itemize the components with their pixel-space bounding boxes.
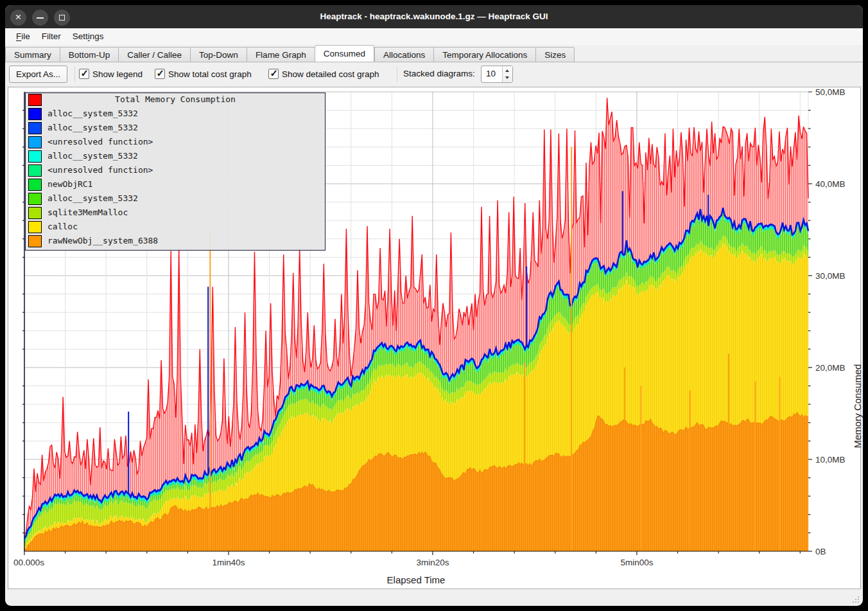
legend-swatch (28, 164, 42, 177)
check-icon: ✓ (81, 67, 89, 79)
toolbar-separator (397, 67, 397, 82)
titlebar: Heaptrack - heaptrack.wakunode.1.gz — He… (5, 5, 863, 28)
legend-swatch (28, 179, 42, 191)
legend-item: alloc__system_5332 (26, 150, 325, 164)
check-icon: ✓ (270, 67, 279, 79)
toolbar: Export As... ✓Show legend✓Show total cos… (5, 62, 863, 87)
close-button[interactable]: ✕ (10, 10, 26, 26)
checkbox-label: Show total cost graph (168, 68, 252, 81)
checkbox-box[interactable]: ✓ (268, 69, 279, 79)
menubar: FileFilterSettings (5, 28, 863, 45)
tab-bottom-up[interactable]: Bottom-Up (60, 47, 119, 62)
menu-filter[interactable]: Filter (36, 28, 67, 45)
legend-label: alloc__system_5332 (48, 123, 138, 132)
chart-widget: 0B10,0MB20,0MB30,0MB40,0MB50,0MB00.000s1… (8, 87, 861, 589)
legend-label: <unresolved function> (48, 137, 153, 146)
legend-swatch (28, 207, 42, 219)
minimize-button[interactable] (32, 10, 48, 26)
y-axis-title: Memory Consumed (852, 365, 863, 448)
checkbox-label: Show legend (92, 68, 143, 81)
tab-summary[interactable]: Summary (5, 47, 60, 62)
svg-text:1min40s: 1min40s (212, 558, 245, 567)
legend-swatch (28, 235, 42, 247)
tab-caller-callee[interactable]: Caller / Callee (118, 47, 190, 62)
legend-item: alloc__system_5332 (26, 107, 325, 121)
maximize-button[interactable] (54, 10, 70, 26)
legend-item: newObjRC1 (26, 178, 325, 192)
spin-down-icon[interactable] (505, 76, 509, 79)
svg-text:50,0MB: 50,0MB (815, 87, 846, 97)
legend-swatch (28, 221, 42, 233)
stacked-diagrams-label: Stacked diagrams: (403, 69, 475, 78)
window: Heaptrack - heaptrack.wakunode.1.gz — He… (5, 5, 863, 606)
legend-item: alloc__system_5332 (26, 121, 325, 136)
svg-text:0B: 0B (815, 547, 826, 556)
tab-top-down[interactable]: Top-Down (190, 47, 247, 62)
legend-item: Total Memory Consumption (26, 93, 325, 107)
legend-item: <unresolved function> (26, 136, 325, 150)
legend-label: newObjRC1 (48, 179, 92, 189)
stacked-diagrams-spinbox[interactable]: 10 (481, 66, 513, 83)
tab-temporary-allocations[interactable]: Temporary Allocations (433, 47, 535, 62)
close-icon: ✕ (10, 10, 26, 26)
svg-text:5min00s: 5min00s (620, 558, 653, 567)
spin-up-icon[interactable] (505, 69, 509, 72)
legend-label: calloc (48, 222, 78, 231)
legend-label: alloc__system_5332 (48, 151, 138, 161)
tab-allocations[interactable]: Allocations (374, 47, 433, 62)
tab-sizes[interactable]: Sizes (535, 47, 575, 62)
spinbox-value: 10 (486, 69, 496, 78)
legend-label: sqlite3MemMalloc (48, 208, 128, 217)
chart-legend: Total Memory Consumptionalloc__system_53… (25, 93, 326, 251)
maximize-icon (59, 15, 65, 21)
svg-text:20,0MB: 20,0MB (815, 363, 846, 373)
legend-item: calloc (26, 220, 325, 235)
legend-label: alloc__system_5332 (48, 109, 138, 118)
svg-text:00.000s: 00.000s (13, 558, 44, 567)
legend-swatch (28, 136, 42, 148)
legend-swatch (28, 193, 42, 205)
tab-flame-graph[interactable]: Flame Graph (247, 47, 315, 62)
checkbox-box[interactable]: ✓ (155, 69, 165, 79)
checkbox-box[interactable]: ✓ (79, 69, 89, 79)
tab-consumed[interactable]: Consumed (315, 45, 374, 62)
legend-item: sqlite3MemMalloc (26, 206, 325, 220)
legend-swatch (28, 150, 42, 163)
minimize-icon (37, 17, 44, 19)
check-icon: ✓ (157, 67, 165, 79)
window-frame: Heaptrack - heaptrack.wakunode.1.gz — He… (0, 0, 868, 611)
window-title: Heaptrack - heaptrack.wakunode.1.gz — He… (5, 5, 863, 28)
checkbox-label: Show detailed cost graph (282, 68, 379, 81)
menu-settings[interactable]: Settings (67, 28, 110, 45)
legend-item: alloc__system_5332 (26, 192, 325, 206)
resize-grip[interactable] (853, 596, 859, 603)
tab-bar: SummaryBottom-UpCaller / CalleeTop-DownF… (5, 45, 863, 62)
legend-swatch (28, 122, 42, 134)
legend-label: <unresolved function> (48, 165, 153, 175)
x-axis-title: Elapsed Time (8, 574, 824, 585)
spinbox-arrows (502, 66, 512, 82)
menu-file[interactable]: File (10, 28, 36, 45)
legend-label: Total Memory Consumption (26, 94, 325, 104)
legend-label: alloc__system_5332 (48, 193, 138, 203)
svg-text:30,0MB: 30,0MB (815, 271, 846, 281)
legend-item: rawNewObj__system_6388 (26, 235, 325, 249)
svg-text:10,0MB: 10,0MB (815, 455, 846, 465)
svg-text:40,0MB: 40,0MB (815, 179, 846, 189)
legend-swatch (28, 108, 42, 120)
legend-label: rawNewObj__system_6388 (48, 236, 158, 245)
legend-item: <unresolved function> (26, 164, 325, 178)
svg-text:3min20s: 3min20s (416, 558, 449, 567)
